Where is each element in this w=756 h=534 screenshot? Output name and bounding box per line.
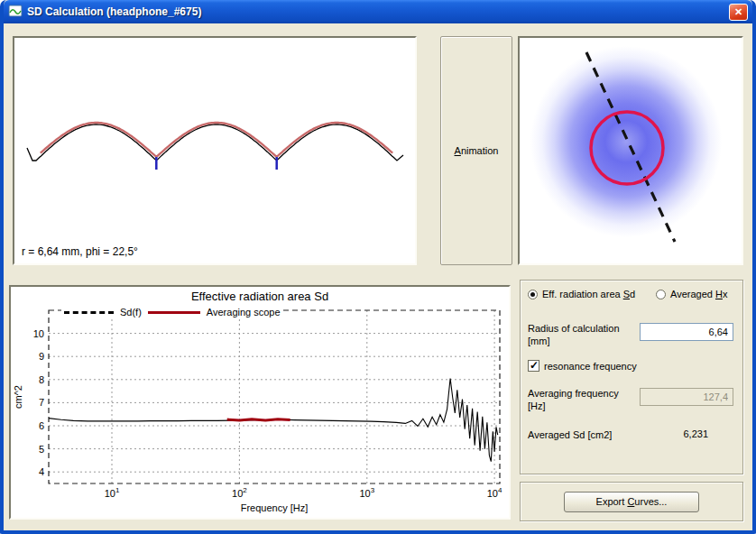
svg-text:9: 9 <box>39 351 44 362</box>
radius-of-calculation-label: Radius of calculation [mm] <box>528 322 632 347</box>
dialog-window: SD Calculation (headphone_#675) ✕ r = 6,… <box>0 0 756 534</box>
svg-text:5: 5 <box>39 444 44 455</box>
export-curves-label: Export Curves... <box>596 496 668 507</box>
export-panel: Export Curves... <box>520 482 743 521</box>
window-title: SD Calculation (headphone_#675) <box>27 5 724 18</box>
resonance-checkbox-box <box>528 360 539 372</box>
animation-button[interactable]: Animation <box>440 36 512 265</box>
svg-text:8: 8 <box>39 374 44 385</box>
legend-label-sdf: Sd(f) <box>120 307 142 318</box>
svg-text:4: 4 <box>39 466 44 477</box>
close-icon: ✕ <box>734 6 742 17</box>
radio-averaged-hx[interactable]: Averaged Hx <box>656 289 727 299</box>
svg-text:103: 103 <box>359 486 374 499</box>
radius-input[interactable] <box>640 323 733 341</box>
resonance-frequency-label: resonance frequency <box>544 361 637 372</box>
animation-button-label: Animation <box>455 145 499 156</box>
radio-hx-label: Averaged Hx <box>670 289 727 299</box>
svg-text:104: 104 <box>487 486 502 499</box>
legend-sample-averaging-scope <box>148 311 200 314</box>
svg-text:Frequency [Hz]: Frequency [Hz] <box>241 502 309 513</box>
svg-text:101: 101 <box>105 486 120 499</box>
chart-title: Effective radiation area Sd <box>11 290 509 303</box>
app-icon <box>8 4 23 20</box>
svg-text:cm^2: cm^2 <box>13 385 23 409</box>
svg-text:7: 7 <box>39 397 44 408</box>
svg-text:6: 6 <box>39 420 44 431</box>
averaged-sd-value: 6,231 <box>683 428 708 439</box>
radiation-visualization-panel <box>518 36 743 265</box>
sd-chart-panel: Effective radiation area Sd Sd(f) Averag… <box>9 285 511 520</box>
radio-eff-radiation-area[interactable]: Eff. radiation area Sd <box>528 289 635 299</box>
membrane-plot-panel: r = 6,64 mm, phi = 22,5° <box>13 36 417 265</box>
dialog-client: r = 6,64 mm, phi = 22,5° Animation Effec… <box>4 23 752 527</box>
svg-text:102: 102 <box>232 486 247 499</box>
export-curves-button[interactable]: Export Curves... <box>564 492 699 512</box>
radio-hx-circle <box>656 290 666 299</box>
averaging-frequency-label: Averaging frequency [Hz] <box>528 387 632 412</box>
radio-eff-sd-label: Eff. radiation area Sd <box>542 289 635 299</box>
legend-sample-sdf <box>64 311 114 314</box>
close-button[interactable]: ✕ <box>729 4 748 21</box>
controls-panel: Eff. radiation area Sd Averaged Hx Radiu… <box>520 280 743 474</box>
viz-overlay <box>520 38 742 263</box>
sd-chart: 45678910101102103104Frequency [Hz]cm^2 <box>11 305 509 516</box>
membrane-deflection-curve <box>14 38 415 263</box>
chart-legend: Sd(f) Averaging scope <box>61 307 283 318</box>
averaging-frequency-input <box>640 388 733 406</box>
titlebar: SD Calculation (headphone_#675) ✕ <box>4 0 752 23</box>
averaged-sd-label: Averaged Sd [cm2] <box>528 428 663 441</box>
svg-text:10: 10 <box>33 328 44 339</box>
radio-eff-sd-circle <box>528 290 538 299</box>
membrane-caption: r = 6,64 mm, phi = 22,5° <box>22 245 138 258</box>
legend-label-averaging-scope: Averaging scope <box>207 307 281 318</box>
resonance-frequency-checkbox[interactable]: resonance frequency <box>528 360 637 372</box>
